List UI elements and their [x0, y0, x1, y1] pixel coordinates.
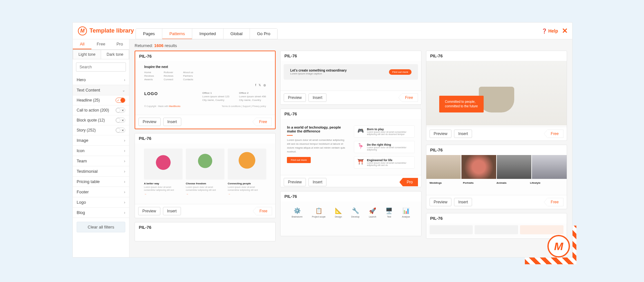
preview-button[interactable]: Preview: [430, 130, 452, 138]
app-title: Template library: [90, 27, 134, 34]
preview-button[interactable]: Preview: [138, 118, 161, 126]
template-card[interactable]: PIL-76 A better wayLorem ipsum dolor sit…: [135, 133, 276, 218]
subcat-story[interactable]: Story (252): [73, 125, 129, 135]
category-footer[interactable]: Footer›: [73, 187, 129, 197]
arrow-right-icon: →: [228, 193, 230, 196]
preview-button[interactable]: Preview: [284, 178, 306, 186]
toggle-story[interactable]: [116, 128, 125, 133]
chevron-right-icon: ›: [124, 210, 125, 215]
card-title: PIL-76: [135, 51, 275, 61]
card-title: PIL-76: [280, 191, 421, 201]
card-title: PIL-76: [426, 213, 567, 223]
cta-button: Find out more: [389, 69, 411, 75]
template-card[interactable]: PIL-76: [426, 213, 567, 239]
commit-overlay: Committed to people,committed to the fut…: [439, 96, 484, 112]
template-card[interactable]: PIL-76 Weddings Portraits: [426, 145, 567, 209]
card-preview: In a world of technology, people make th…: [280, 119, 421, 175]
free-badge: Free: [547, 130, 564, 138]
sidebar: All Free Pro Light tone Dark tone Hero ›…: [73, 39, 129, 257]
category-pricing-table[interactable]: Pricing table›: [73, 177, 129, 187]
category-label: Icon: [77, 148, 85, 153]
help-icon: ❓: [542, 28, 547, 34]
template-card[interactable]: PIL-76 In a world of technology, people …: [280, 109, 421, 187]
clear-filters-button[interactable]: Clear all filters: [77, 222, 125, 232]
flower-image: [186, 149, 224, 180]
category-label: Team: [77, 159, 87, 163]
plan-tab-pro[interactable]: Pro: [110, 39, 129, 49]
brainstorm-icon: ⚙️: [294, 207, 301, 214]
chevron-right-icon: ›: [124, 78, 125, 82]
tab-global[interactable]: Global: [223, 29, 250, 39]
toggle-cta[interactable]: [116, 108, 125, 113]
insert-button[interactable]: Insert: [308, 178, 327, 186]
preview-button[interactable]: Preview: [430, 198, 452, 206]
toggle-headline[interactable]: [116, 98, 125, 103]
category-blog[interactable]: Blog›: [73, 208, 129, 218]
insert-button[interactable]: Insert: [163, 207, 181, 215]
category-hero[interactable]: Hero ›: [73, 75, 129, 85]
subcat-call-to-action[interactable]: Call to action (200): [73, 105, 129, 115]
insert-button[interactable]: Insert: [163, 118, 181, 126]
plan-tab-all[interactable]: All: [73, 39, 91, 49]
category-logo[interactable]: Logo›: [73, 197, 129, 208]
card-title: PIL-76: [426, 51, 567, 61]
plan-tab-free[interactable]: Free: [91, 39, 110, 49]
subcat-headline[interactable]: Headline (25): [73, 95, 129, 105]
template-card[interactable]: PIL-76 Committed to people,committed to …: [426, 51, 567, 141]
free-badge: Free: [402, 93, 418, 102]
category-label: Blog: [77, 210, 85, 215]
help-label: Help: [548, 28, 558, 34]
tab-go-pro[interactable]: Go Pro: [250, 29, 277, 39]
free-badge: Free: [256, 118, 272, 126]
chevron-right-icon: ›: [124, 180, 125, 184]
project-scope-icon: 📋: [315, 207, 322, 214]
subcat-label: Story (252): [77, 128, 96, 132]
grid-column-1: PIL-76 Inspire the next HomeReviewsAward…: [135, 51, 276, 241]
template-card[interactable]: PIL-76 Inspire the next HomeReviewsAward…: [135, 51, 276, 129]
desk-image: Committed to people,committed to the fut…: [426, 61, 567, 125]
help-link[interactable]: ❓ Help: [542, 28, 558, 34]
tab-patterns[interactable]: Patterns: [162, 29, 192, 39]
template-card[interactable]: PIL-76 ⚙️Brainstorm 📋Project scope 📐Desi…: [280, 191, 421, 236]
category-text-content[interactable]: Text Content ⌄: [73, 85, 129, 95]
instagram-icon: ◎: [263, 83, 266, 87]
category-image[interactable]: Image›: [73, 135, 129, 146]
chevron-right-icon: ›: [124, 200, 125, 205]
insert-button[interactable]: Insert: [454, 130, 472, 138]
template-card[interactable]: PIL-76 Let's create something extraordin…: [280, 51, 421, 105]
category-icon[interactable]: Icon›: [73, 146, 129, 156]
tone-tab-light[interactable]: Light tone: [73, 50, 101, 59]
category-label: Pricing table: [77, 179, 100, 184]
close-icon[interactable]: ✕: [562, 27, 568, 35]
tab-pages[interactable]: Pages: [136, 29, 162, 39]
chevron-down-icon: ⌄: [122, 88, 125, 92]
insert-button[interactable]: Insert: [454, 198, 472, 206]
app-logo-icon: M: [78, 26, 87, 35]
subcat-label: Call to action (200): [77, 108, 109, 112]
preview-button[interactable]: Preview: [284, 93, 306, 102]
gallery-image: [461, 155, 496, 179]
arrow-right-icon: →: [144, 193, 147, 196]
test-icon: 🖥️: [385, 207, 393, 214]
bird-icon: 🦩: [357, 143, 364, 149]
toggle-blockquote[interactable]: [116, 118, 125, 123]
category-testimonial[interactable]: Testimonial›: [73, 166, 129, 177]
preview-button[interactable]: Preview: [138, 207, 160, 215]
gate-icon: ⛩️: [357, 159, 364, 165]
flower-image: [144, 149, 183, 180]
tone-tab-dark[interactable]: Dark tone: [101, 50, 129, 59]
tab-imported[interactable]: Imported: [192, 29, 223, 39]
chevron-right-icon: ›: [124, 159, 125, 163]
card-title: PIL-76: [280, 109, 421, 119]
analyse-icon: 📊: [402, 207, 410, 214]
insert-button[interactable]: Insert: [308, 93, 327, 102]
gallery-image: [426, 155, 461, 179]
subcat-block-quote[interactable]: Block quote (12): [73, 115, 129, 125]
category-label: Logo: [77, 200, 86, 205]
card-preview: Committed to people,committed to the fut…: [426, 61, 567, 127]
launch-icon: 🚀: [369, 207, 376, 214]
template-card[interactable]: PIL-76: [135, 222, 276, 241]
search-input[interactable]: [76, 63, 126, 72]
category-label: Text Content: [77, 88, 100, 92]
category-team[interactable]: Team›: [73, 156, 129, 166]
